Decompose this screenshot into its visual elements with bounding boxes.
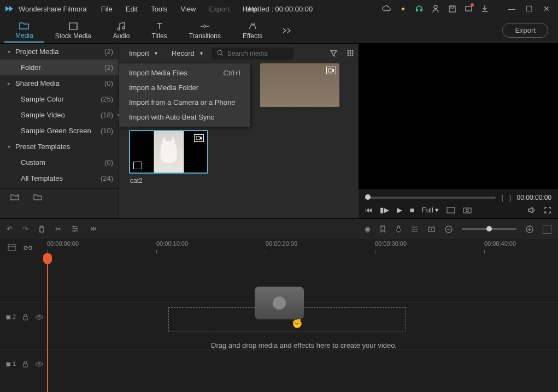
import-camera-phone[interactable]: Import from a Camera or a Phone (119, 95, 250, 110)
titlebar: Wondershare Filmora File Edit Tools View… (0, 0, 558, 17)
new-folder-icon[interactable] (10, 193, 20, 201)
volume-icon[interactable] (527, 206, 536, 214)
tab-label: Stock Media (55, 32, 91, 40)
svg-rect-18 (463, 208, 471, 213)
cloud-icon[interactable] (382, 4, 391, 13)
svg-point-8 (352, 50, 354, 52)
filter-icon[interactable] (330, 49, 338, 57)
step-back-button[interactable]: ▮▶ (380, 206, 389, 214)
adjust-button[interactable] (71, 225, 79, 233)
link-button[interactable] (24, 244, 32, 251)
preview-canvas[interactable] (359, 44, 558, 189)
tab-transitions[interactable]: Transitions (178, 19, 232, 42)
tab-effects[interactable]: Effects (232, 19, 273, 42)
add-to-timeline-icon[interactable] (133, 162, 142, 169)
import-media-files[interactable]: Import Media FilesCtrl+I (119, 66, 250, 80)
svg-point-20 (73, 226, 75, 228)
marker-button[interactable] (379, 225, 386, 233)
tab-titles[interactable]: Titles (140, 19, 178, 42)
close-button[interactable]: ✕ (539, 2, 554, 16)
svg-point-21 (76, 228, 78, 230)
undo-button[interactable]: ↶ (7, 225, 13, 233)
audio-mixer-button[interactable] (410, 225, 419, 233)
sidebar-item-project-media[interactable]: ▾Project Media(2) (0, 44, 119, 60)
folder-icon[interactable] (33, 193, 43, 201)
sidebar-item-preset-templates[interactable]: ▾Preset Templates (0, 139, 119, 155)
tab-stock-media[interactable]: Stock Media (44, 19, 102, 42)
tab-audio[interactable]: Audio (102, 19, 141, 42)
video-track-2[interactable]: ▣ 2 ✊ Drag and drop media and effects he… (0, 302, 558, 331)
record-dropdown[interactable]: Record▾ (166, 47, 208, 60)
download-icon[interactable] (480, 4, 489, 13)
keyframe-button[interactable] (427, 226, 436, 233)
eye-icon[interactable] (35, 361, 43, 367)
sidebar-item-shared-media[interactable]: ▸Shared Media(0) (0, 75, 119, 91)
sidebar-item-custom[interactable]: Custom(0) (0, 155, 119, 170)
import-dropdown[interactable]: Import▾ (124, 47, 163, 60)
menu-export[interactable]: Export (203, 5, 235, 13)
redo-button[interactable]: ↷ (22, 225, 28, 233)
audio-wave-button[interactable] (89, 225, 99, 233)
lock-icon[interactable] (22, 313, 28, 320)
sparkle-icon[interactable]: ✦ (398, 4, 407, 13)
media-thumb-cat1[interactable] (260, 63, 339, 107)
timeline-layout-icon[interactable] (8, 244, 16, 251)
user-icon[interactable] (431, 4, 440, 13)
sidebar-item-sample-color[interactable]: Sample Color(25) (0, 91, 119, 107)
search-box[interactable] (212, 47, 293, 60)
zoom-slider[interactable] (462, 228, 516, 230)
delete-button[interactable] (38, 225, 45, 233)
menu-file[interactable]: File (96, 5, 118, 13)
sidebar-item-sample-video[interactable]: Sample Video(18) (0, 107, 119, 123)
video-track-1[interactable]: ▣ 1 (0, 349, 558, 378)
menu-edit[interactable]: Edit (120, 5, 143, 13)
mark-in-button[interactable]: { (501, 193, 503, 201)
timeline-ruler[interactable]: 00:00:00:00 00:00:10:00 00:00:20:00 00:0… (47, 239, 558, 256)
mark-out-button[interactable]: } (509, 193, 511, 201)
fullscreen-icon[interactable] (544, 206, 551, 214)
svg-point-13 (350, 55, 351, 56)
svg-point-9 (348, 52, 349, 54)
sidebar-item-all-templates[interactable]: All Templates(24) (0, 170, 119, 186)
stop-button[interactable]: ■ (410, 206, 414, 214)
tab-label: Media (15, 32, 33, 39)
svg-point-0 (434, 5, 437, 9)
minimize-button[interactable]: — (504, 2, 519, 16)
svg-rect-15 (328, 69, 332, 72)
svg-rect-31 (24, 364, 27, 367)
play-button[interactable]: ▶ (397, 206, 402, 214)
sidebar-item-folder[interactable]: Folder(2) (0, 60, 119, 75)
eye-icon[interactable] (35, 314, 43, 320)
lock-icon[interactable] (22, 360, 28, 367)
import-auto-beat[interactable]: Import with Auto Beat Sync (119, 110, 250, 124)
quality-dropdown[interactable]: Full ▾ (422, 206, 439, 214)
grid-view-icon[interactable] (346, 49, 354, 57)
media-thumb-cat2[interactable] (129, 130, 208, 174)
zoom-in-button[interactable] (525, 225, 534, 234)
sidebar-item-sample-green[interactable]: Sample Green Screen(10) (0, 123, 119, 139)
tab-media[interactable]: Media (4, 19, 44, 43)
display-layout-icon[interactable] (447, 207, 455, 213)
zoom-out-button[interactable] (444, 225, 453, 234)
render-preview-icon[interactable]: ◉ (365, 225, 371, 233)
expand-tabs-button[interactable] (282, 27, 293, 34)
import-media-folder[interactable]: Import a Media Folder (119, 80, 250, 95)
export-button[interactable]: Export (502, 23, 548, 38)
media-label: cat2 (129, 177, 208, 185)
messages-icon[interactable] (464, 4, 473, 13)
headset-icon[interactable] (415, 4, 424, 13)
prev-frame-button[interactable]: ⏮ (365, 206, 372, 214)
tab-label: Titles (151, 32, 167, 40)
folder-icon (19, 21, 30, 31)
save-icon[interactable] (448, 4, 456, 13)
svg-point-32 (38, 363, 40, 365)
voiceover-button[interactable] (395, 225, 402, 234)
menu-view[interactable]: View (175, 5, 201, 13)
cut-button[interactable]: ✂ (55, 225, 61, 233)
menu-tools[interactable]: Tools (145, 5, 173, 13)
preview-scrubber[interactable] (365, 197, 496, 199)
zoom-fit-button[interactable] (543, 225, 551, 234)
search-input[interactable] (227, 50, 288, 57)
maximize-button[interactable]: ☐ (522, 2, 536, 16)
snapshot-icon[interactable] (463, 207, 472, 213)
